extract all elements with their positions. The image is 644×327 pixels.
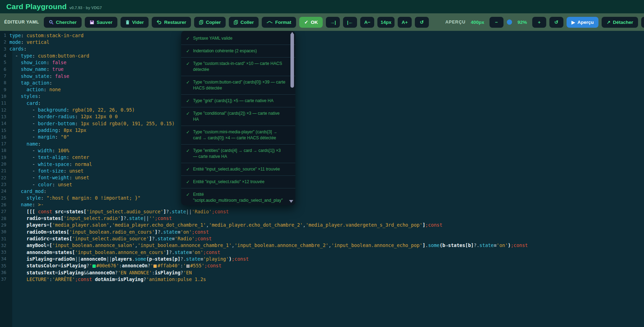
preview-refresh-button[interactable]: ↺ — [549, 17, 563, 28]
code-text: card: — [9, 100, 41, 106]
validation-item-text: Entité "input_select.audio_source" ×11 t… — [193, 166, 280, 172]
vider-button[interactable]: Vider — [121, 17, 149, 28]
line-number: 14 — [0, 121, 9, 126]
line-number: 29 — [0, 222, 9, 228]
code-text: show_name: true — [9, 66, 63, 72]
check-icon: ✓ — [186, 111, 190, 122]
toolbar-icon-buttons: →||←A− — [326, 17, 374, 28]
zoom-slider-thumb[interactable] — [507, 20, 512, 25]
code-line: 25 style: ":host { margin: 0 !important;… — [0, 195, 644, 201]
line-number: 26 — [0, 202, 9, 207]
code-line: 35 statusColor=isPlaying?'#00e676':annon… — [0, 262, 644, 269]
detacher-button[interactable]: ↗ Détacher — [602, 17, 638, 28]
scroll-down-icon — [289, 200, 293, 203]
validation-item: ✓Type "custom:mini-media-player" (cards[… — [181, 126, 295, 145]
code-line: 3cards: — [0, 46, 644, 52]
indent-right-button[interactable]: →| — [326, 17, 340, 28]
copier-button[interactable]: Copier — [194, 17, 226, 28]
code-line: 17 name: — [0, 140, 644, 147]
line-number: 6 — [0, 67, 9, 72]
zoom-in-button[interactable]: + — [532, 17, 546, 28]
font-bigger-button[interactable]: A+ — [398, 17, 412, 28]
indent-left-button[interactable]: |← — [343, 17, 357, 28]
validation-item-text: Entité "script.audio_multiroom_radio_sel… — [193, 192, 286, 203]
code-line: 6 show_name: true — [0, 66, 644, 73]
popup-scrollbar[interactable] — [290, 32, 294, 88]
line-number: 36 — [0, 270, 9, 275]
validation-item: ✓Type "custom:stack-in-card" ×10 — carte… — [181, 58, 295, 76]
code-text: - margin: "0" — [9, 134, 69, 140]
code-text: - white-space: normal — [9, 161, 92, 167]
validation-item-text: Type "custom:mini-media-player" (cards[3… — [193, 129, 286, 141]
line-number: 1 — [0, 33, 9, 38]
color-swatch — [93, 265, 96, 268]
code-text: radio=states['input_select.radio']?.stat… — [9, 215, 172, 221]
reset-editor-button[interactable]: ↺ — [415, 17, 429, 28]
check-icon: ✓ — [186, 48, 190, 54]
yaml-editor[interactable]: 1type: custom:stack-in-card2mode: vertic… — [0, 31, 644, 283]
line-number: 4 — [0, 53, 9, 58]
code-text: cards: — [9, 46, 27, 52]
font-smaller-button[interactable]: A− — [360, 17, 374, 28]
line-number: 35 — [0, 263, 9, 268]
app-title: Card Playground — [6, 2, 67, 11]
code-text: name: >- — [9, 202, 44, 207]
code-text: card_mod: — [9, 188, 47, 194]
code-text: [[[ const src=states['input_select.audio… — [9, 209, 229, 214]
chercher-button[interactable]: Chercher — [44, 17, 82, 28]
validation-item-text: Type "conditional" (cards[2]) ×3 — carte… — [193, 111, 286, 122]
line-number: 16 — [0, 134, 9, 140]
apercu-button[interactable]: ▶ Aperçu — [567, 17, 599, 28]
save-icon — [90, 20, 94, 25]
check-icon: ✓ — [186, 192, 190, 203]
line-number: 23 — [0, 182, 9, 187]
code-text: - text-align: center — [9, 154, 89, 160]
paste-icon — [234, 20, 238, 25]
line-number: 3 — [0, 46, 9, 52]
code-line: 1type: custom:stack-in-card — [0, 32, 644, 39]
line-number: 15 — [0, 128, 9, 133]
validation-item-text: Indentation cohérente (2 espaces) — [193, 48, 257, 54]
code-line: 11 card: — [0, 100, 644, 106]
code-text: show_state: false — [9, 73, 69, 79]
preview-width-value: 400px — [471, 20, 484, 25]
code-line: 13 - border-radius: 12px 12px 0 0 — [0, 113, 644, 120]
line-number: 5 — [0, 60, 9, 65]
validation-item: ✓Type "entities" (cards[4] → card → card… — [181, 145, 295, 163]
code-text: mode: vertical — [9, 39, 49, 45]
code-line: 8 tap_action: — [0, 79, 644, 86]
line-number: 33 — [0, 249, 9, 255]
copy-icon — [199, 20, 203, 25]
coller-button[interactable]: Coller — [229, 17, 259, 28]
app-header: Card Playground v0.7.93 · by VDG7 — [0, 0, 644, 13]
code-line: 26 name: >- — [0, 201, 644, 208]
popup-scrollbar-thumb[interactable] — [290, 34, 294, 88]
validation-item-text: Type "custom:button-card" (cards[0]) ×39… — [193, 79, 286, 91]
preview-label: APERÇU — [445, 20, 466, 25]
code-line: 29 players=['media_player.salon','media_… — [0, 222, 644, 228]
settings-button[interactable]: ⚙ — [641, 17, 644, 28]
validation-item-text: Type "entities" (cards[4] → card → cards… — [193, 148, 286, 160]
ok-button[interactable]: ✓OK — [299, 17, 323, 28]
toolbar-buttons: ChercherSauverViderRestaurerCopierColler… — [44, 17, 323, 28]
code-text: radioSrc=states['input_select.audio_sour… — [9, 236, 212, 241]
format-button[interactable]: Format — [262, 17, 296, 28]
line-number: 31 — [0, 236, 9, 241]
toolbar: ÉDITEUR YAML ChercherSauverViderRestaure… — [0, 13, 644, 31]
restaurer-button[interactable]: Restaurer — [152, 17, 191, 28]
code-line: 12 - background: rgba(10, 22, 26, 0.95) — [0, 106, 644, 113]
code-text: - width: 100% — [9, 148, 69, 153]
check-icon: ✓ — [186, 35, 190, 41]
sauver-button[interactable]: Sauver — [85, 17, 117, 28]
line-number: 37 — [0, 276, 9, 282]
line-number: 34 — [0, 256, 9, 261]
line-number: 30 — [0, 229, 9, 234]
code-text: - background: rgba(10, 22, 26, 0.95) — [9, 107, 135, 113]
code-line: 30 radioOn=states['input_boolean.radio_e… — [0, 228, 644, 235]
check-icon: ✓ — [186, 79, 190, 91]
code-line: 19 - text-align: center — [0, 154, 644, 161]
code-line: 7 show_state: false — [0, 73, 644, 79]
zoom-out-button[interactable]: − — [489, 17, 503, 28]
search-icon — [49, 20, 54, 25]
code-text: statusColor=isPlaying?'#00e676':annonceO… — [9, 263, 221, 268]
